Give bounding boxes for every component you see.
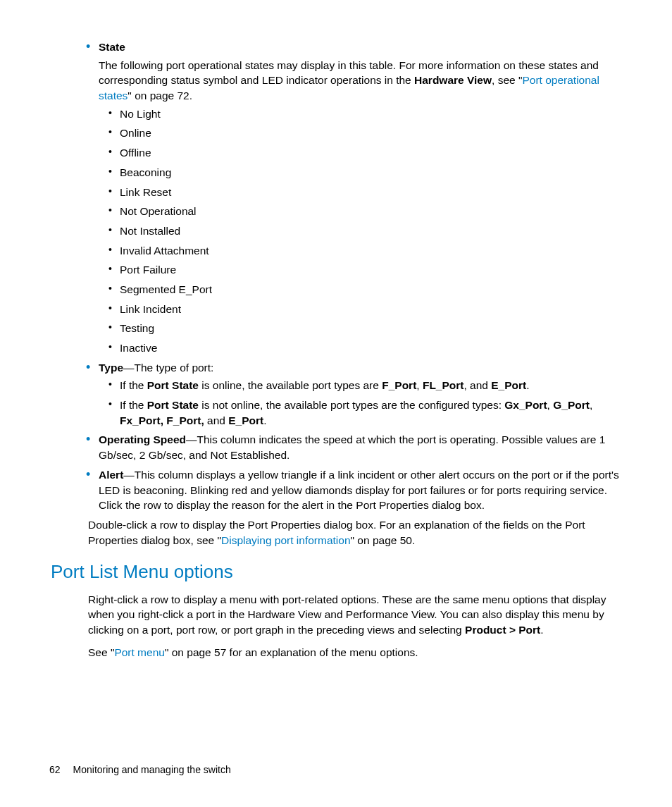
t1e: , [416,379,423,391]
t1d: F_Port [382,379,416,391]
state-item: Not Installed [120,223,623,239]
type-sub2: If the Port State is not online, the ava… [120,398,623,428]
state-intro: The following port operational states ma… [99,58,623,104]
state-intro-b: , see " [492,74,522,86]
alert-text: —This column displays a yellow triangle … [99,469,619,511]
state-item: Link Incident [120,302,623,317]
type-label: Type [99,362,123,374]
state-intro-c: " on page 72. [127,90,192,101]
state-item: Online [120,125,623,141]
bullet-type: Type—The type of port: If the Port State… [99,360,623,429]
state-item: Beaconing [120,165,623,180]
bullet-alert: Alert—This column displays a yellow tria… [99,467,623,513]
state-item: Invalid Attachment [120,243,623,259]
displaying-port-info-link[interactable]: Displaying port information [221,534,351,546]
t2f: G_Port [553,399,590,411]
state-item: Testing [120,321,623,336]
alert-label: Alert [99,469,123,481]
t1g: , and [464,379,492,391]
t2g: , [590,399,592,411]
opspeed-label: Operating Speed [99,433,186,445]
paragraph-see-portmenu: See "Port menu" on page 57 for an explan… [88,645,623,660]
p1b: " on page 50. [351,534,416,546]
t2h: Fx_Port, F_Port, [120,414,204,426]
paragraph-rightclick: Right-click a row to display a menu with… [88,592,623,638]
section-heading-port-list-menu: Port List Menu options [51,559,623,584]
footer-title: Monitoring and managing the switch [73,764,231,775]
page-footer: 62Monitoring and managing the switch [49,763,231,777]
t2b: Port State [147,399,199,411]
t2d: Gx_Port [504,399,547,411]
t1f: FL_Port [423,379,464,391]
document-page: State The following port operational sta… [0,0,672,807]
state-item: Link Reset [120,185,623,200]
t2c: is not online, the available port types … [199,399,504,411]
state-item: No Light [120,106,623,122]
type-dash-text: —The type of port: [123,362,213,374]
state-label: State [99,41,125,53]
hardware-view-bold: Hardware View [414,74,492,86]
t1h: E_Port [491,379,526,391]
bullet-state: State The following port operational sta… [99,39,623,356]
p2b: Product > Port [465,624,540,636]
state-item: Offline [120,145,623,161]
t1i: . [526,379,529,391]
t1c: is online, the available port types are [199,379,382,391]
t2e: , [547,399,554,411]
type-sub1: If the Port State is online, the availab… [120,378,623,393]
t2i: and [204,414,228,426]
bullet-operating-speed: Operating Speed—This column indicates th… [99,432,623,462]
state-sublist: No Light Online Offline Beaconing Link R… [99,106,623,356]
port-menu-link[interactable]: Port menu [114,646,165,658]
p3b: " on page 57 for an explanation of the m… [165,646,418,658]
state-item: Segmented E_Port [120,282,623,297]
outer-bullet-list: State The following port operational sta… [70,39,623,513]
paragraph-doubleclick: Double-click a row to display the Port P… [88,517,623,548]
t2j: E_Port [228,414,263,426]
state-item: Inactive [120,340,623,356]
t2a: If the [120,399,147,411]
p2c: . [540,624,543,636]
state-item: Port Failure [120,262,623,278]
type-sublist: If the Port State is online, the availab… [99,378,623,428]
footer-page-number: 62 [49,764,61,775]
p3a: See " [88,646,114,658]
state-item: Not Operational [120,204,623,219]
t1a: If the [120,379,147,391]
t1b: Port State [147,379,199,391]
t2k: . [263,414,266,426]
